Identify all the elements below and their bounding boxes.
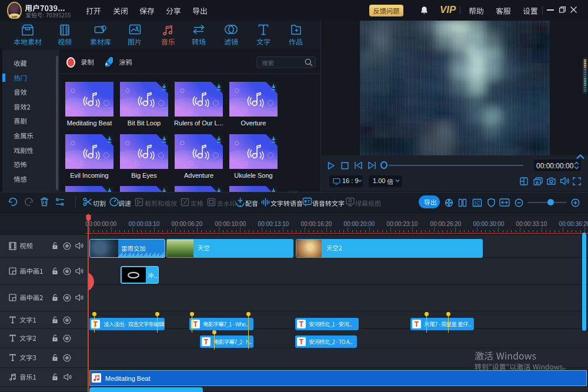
- svg-text:T: T: [299, 338, 304, 346]
- svg-text:VIP: VIP: [12, 15, 18, 19]
- svg-text:T: T: [193, 320, 198, 328]
- svg-text:T: T: [299, 320, 304, 328]
- svg-text:T: T: [204, 338, 209, 346]
- svg-text:T: T: [415, 320, 419, 328]
